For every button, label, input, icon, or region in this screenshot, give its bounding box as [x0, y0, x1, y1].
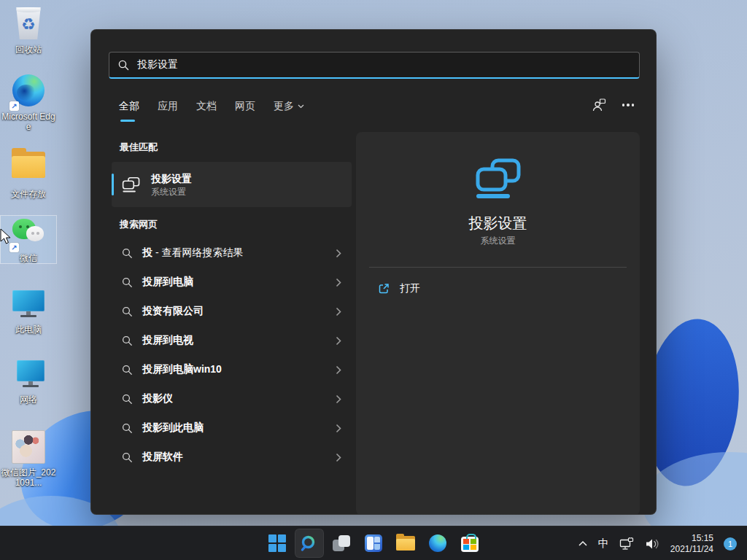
task-view-button[interactable]: [327, 529, 356, 558]
suggestion-row[interactable]: 投屏到电脑win10: [112, 355, 352, 384]
best-match-header: 最佳匹配: [120, 141, 158, 154]
chevron-right-icon: [336, 249, 341, 258]
suggestion-row[interactable]: 投影到此电脑: [112, 413, 352, 443]
store-button[interactable]: [455, 529, 484, 558]
notification-badge[interactable]: 1: [724, 537, 737, 551]
search-icon: [122, 423, 133, 434]
search-icon: [122, 306, 133, 317]
selection-accent-bar: [112, 174, 114, 195]
edge-icon: [429, 534, 446, 552]
desktop-icon-label: Microsoft Edge: [1, 112, 56, 132]
widgets-button[interactable]: [359, 529, 388, 558]
image-thumbnail: [12, 430, 45, 464]
mouse-cursor: [0, 228, 12, 246]
search-icon: [122, 394, 133, 405]
desktop-icon-label: 此电脑: [1, 324, 56, 335]
system-tray: 中 15:15 2021/11/24 1: [578, 526, 747, 560]
chevron-right-icon: [336, 424, 341, 433]
more-options-icon[interactable]: [622, 104, 635, 106]
chevron-right-icon: [336, 394, 341, 404]
volume-icon[interactable]: [646, 538, 660, 550]
preview-subtitle: 系统设置: [356, 235, 640, 247]
chevron-right-icon: [336, 453, 341, 462]
suggestion-row[interactable]: 投影仪: [112, 384, 352, 413]
tray-date: 2021/11/24: [670, 544, 713, 555]
widgets-icon: [365, 534, 382, 552]
best-match-subtitle: 系统设置: [151, 186, 192, 198]
search-flyout-window: 全部 应用 文档 网页 更多 最佳匹配 投影设置 系统设置 搜索网页: [90, 29, 657, 515]
preview-panel: 投影设置 系统设置 打开: [356, 132, 640, 515]
search-input[interactable]: [137, 59, 630, 71]
open-external-icon: [378, 283, 390, 295]
shortcut-arrow-icon: ↗: [9, 101, 19, 111]
ime-indicator[interactable]: 中: [598, 537, 609, 551]
chevron-right-icon: [336, 307, 341, 316]
desktop-icon-edge[interactable]: ↗ Microsoft Edge: [1, 73, 56, 132]
search-icon: [301, 534, 318, 552]
desktop-icon-this-pc[interactable]: 此电脑: [1, 287, 56, 335]
start-button[interactable]: [263, 529, 292, 558]
task-view-icon: [333, 534, 350, 552]
desktop-icon-wechat-image[interactable]: 微信图片_2021091...: [1, 430, 56, 488]
search-icon: [118, 60, 129, 71]
projection-icon-large: [475, 158, 522, 199]
preview-title: 投影设置: [356, 214, 640, 233]
feedback-account-icon[interactable]: [592, 98, 606, 112]
web-search-header: 搜索网页: [120, 218, 158, 231]
chevron-right-icon: [336, 336, 341, 346]
network-monitor-icon: [11, 357, 46, 389]
tray-chevron-up-icon[interactable]: [578, 540, 588, 547]
search-icon: [122, 335, 133, 346]
desktop-icon-label: 回收站: [1, 44, 56, 55]
edge-button[interactable]: [423, 529, 452, 558]
open-label: 打开: [400, 282, 420, 295]
search-icon: [122, 248, 133, 259]
tab-web[interactable]: 网页: [235, 100, 255, 122]
search-icon: [122, 365, 133, 376]
chevron-right-icon: [336, 278, 341, 287]
search-icon: [122, 452, 133, 463]
tray-time: 15:15: [670, 533, 713, 544]
best-match-title: 投影设置: [151, 172, 192, 186]
monitor-icon: [11, 287, 46, 319]
desktop-icon-file-folder[interactable]: 文件存放: [1, 146, 56, 199]
clock[interactable]: 15:15 2021/11/24: [670, 533, 713, 555]
tab-apps[interactable]: 应用: [158, 100, 178, 122]
open-action[interactable]: 打开: [378, 278, 420, 300]
web-search-suggestions: 投 - 查看网络搜索结果 投屏到电脑 投资有限公司 投屏到电视 投屏到电脑win…: [112, 238, 352, 472]
search-box[interactable]: [109, 52, 640, 79]
windows-logo-icon: [268, 534, 286, 552]
desktop-icon-network[interactable]: 网络: [1, 357, 56, 405]
suggestion-row[interactable]: 投 - 查看网络搜索结果: [112, 238, 352, 268]
suggestion-row[interactable]: 投屏软件: [112, 443, 352, 472]
divider: [369, 267, 627, 268]
file-explorer-button[interactable]: [391, 529, 420, 558]
store-icon: [461, 537, 479, 552]
desktop-icon-label: 文件存放: [1, 189, 56, 199]
tab-documents[interactable]: 文档: [196, 100, 217, 122]
tab-all[interactable]: 全部: [119, 100, 139, 122]
desktop-icon-label: 微信图片_2021091...: [1, 467, 56, 488]
desktop-icon-label: 微信: [1, 253, 56, 263]
taskbar: 中 15:15 2021/11/24 1: [0, 526, 747, 560]
suggestion-row[interactable]: 投屏到电视: [112, 326, 352, 355]
desktop-icon-recycle-bin[interactable]: ♻ 回收站: [1, 6, 56, 55]
desktop-icon-label: 网络: [1, 394, 56, 405]
network-icon[interactable]: [619, 537, 635, 551]
chevron-right-icon: [336, 365, 341, 375]
tab-more[interactable]: 更多: [274, 100, 304, 122]
suggestion-row[interactable]: 投屏到电脑: [112, 268, 352, 297]
file-explorer-icon: [396, 536, 415, 551]
search-filter-tabs: 全部 应用 文档 网页 更多: [119, 100, 304, 122]
search-icon: [122, 277, 133, 288]
projection-icon: [122, 176, 141, 193]
best-match-item[interactable]: 投影设置 系统设置: [112, 162, 352, 207]
folder-icon: [12, 152, 45, 178]
chevron-down-icon: [298, 104, 304, 109]
search-taskbar-button[interactable]: [295, 529, 324, 558]
recycle-bin-icon: ♻: [15, 7, 42, 39]
suggestion-row[interactable]: 投资有限公司: [112, 297, 352, 326]
